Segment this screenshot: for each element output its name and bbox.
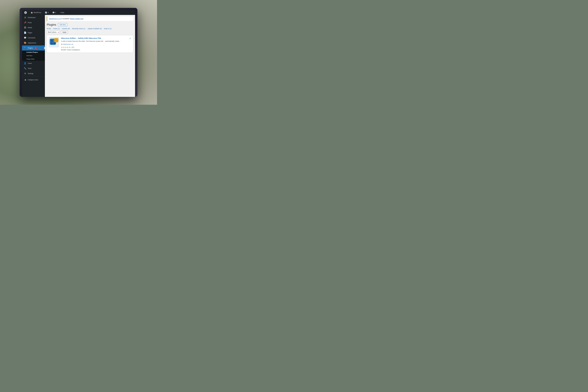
sidebar-item-dashboard-label: Dashboard [28,16,35,18]
sidebar-item-users[interactable]: 👤 Users [22,61,45,66]
bulk-actions-select[interactable]: Bulk Actions Activate Deactivate Delete [47,31,60,34]
submenu-plugin-editor[interactable]: Plugin Editor [22,57,45,61]
comments-icon: 💬 [52,12,54,14]
star-4: ★ [67,46,69,48]
bulk-select-wrapper: Bulk Actions Activate Deactivate Delete … [47,31,60,34]
submenu-installed-plugins[interactable]: Installed Plugins [22,50,45,54]
sidebar-item-plugins-label: Plugins [28,47,33,49]
sidebar-item-collapse[interactable]: ◀ Collapse menu [22,77,45,82]
svg-rect-4 [51,42,53,44]
update-version-link[interactable]: WordPress 5.3.2 [49,18,61,20]
sidebar-item-pages-label: Pages [28,32,32,34]
sidebar-item-appearance[interactable]: 🎨 Appearance [22,40,45,46]
bulk-actions-bar: Bulk Actions Activate Deactivate Delete … [45,31,135,35]
plugin-icon [49,37,59,48]
filter-tab-active[interactable]: Active (1) [53,28,60,30]
filter-tab-update-available[interactable]: Update Available (4) [87,28,102,30]
plugin-author-link[interactable]: WebFactory Ltd [63,44,73,45]
admin-bar-updates-count: 5 [48,12,49,14]
sidebar-item-comments-label: Comments [28,37,35,39]
plugin-info: Htaccess Editor – Safely Edit Htaccess F… [61,37,127,51]
collapse-icon: ◀ [24,78,26,81]
screen-bezel: 🏠 WordPress 🔄 5 💬 0 + New [22,10,135,97]
admin-bar-comments[interactable]: 💬 0 [51,10,57,15]
filter-tabs: All (9) | Active (1) | Inactive (8) | Re… [45,28,135,31]
sidebar-item-media[interactable]: 🖼 Media [22,25,45,30]
plugins-badge: 4 [35,47,37,49]
update-now-link[interactable]: Please update now. [70,18,84,20]
plugin-installs: 50,000+ Active Installations [61,49,127,51]
sidebar-item-comments[interactable]: 💬 Comments [22,35,45,40]
admin-bar: 🏠 WordPress 🔄 5 💬 0 + New [22,10,135,15]
star-3: ★ [65,46,67,48]
users-icon: 👤 [24,62,26,64]
sidebar-item-tools[interactable]: 🔧 Tools [22,66,45,71]
sidebar-item-appearance-label: Appearance [28,42,36,44]
admin-bar-new[interactable]: + New [59,10,65,15]
filter-tab-all[interactable]: All (9) [47,28,51,30]
sidebar-item-settings[interactable]: ⚙ Settings [22,71,45,76]
settings-icon: ⚙ [24,72,26,75]
sidebar-item-settings-label: Settings [28,73,33,74]
admin-bar-updates[interactable]: 🔄 5 [44,10,49,15]
plugins-arrow [44,47,45,49]
wp-sidebar: ⊞ Dashboard 📌 Posts 🖼 Media 📄 Pages [22,15,45,97]
apply-button[interactable]: Apply [61,31,68,34]
svg-rect-6 [54,38,58,42]
wp-main: ⊞ Dashboard 📌 Posts 🖼 Media 📄 Pages [22,15,135,97]
updates-icon: 🔄 [45,12,47,14]
plugin-rating: ★ ★ ★ ★ ★ (37) [61,46,127,48]
sidebar-item-posts[interactable]: 📌 Posts [22,20,45,25]
htaccess-editor-icon [49,37,59,48]
filter-tab-drop-in[interactable]: Drop-in (1) [104,28,111,30]
submenu-add-new[interactable]: Add New [22,54,45,57]
plugin-description: A safe & simple htaccess file editor. Te… [61,40,127,42]
tools-icon: 🔧 [24,67,26,70]
sidebar-item-tools-label: Tools [28,68,31,69]
filter-tab-inactive[interactable]: Inactive (8) [62,28,70,30]
media-icon: 🖼 [24,26,26,29]
update-notice-message: is available! [61,18,70,20]
plugin-name[interactable]: Htaccess Editor – Safely Edit Htaccess F… [61,37,127,39]
plugins-icon: 🔌 [24,47,26,49]
sidebar-item-pages[interactable]: 📄 Pages [22,30,45,35]
star-5: ★ [69,46,71,48]
plugin-active-checkmark: ✓ [129,37,131,40]
wp-content: WordPress 5.3.2 is available! Please upd… [45,15,135,97]
add-new-button[interactable]: Add New [58,23,67,26]
sidebar-item-dashboard[interactable]: ⊞ Dashboard [22,15,45,20]
comments-menu-icon: 💬 [24,36,26,39]
admin-bar-site-name: WordPress [33,12,41,14]
home-icon: 🏠 [31,12,33,14]
sidebar-item-media-label: Media [28,27,32,28]
posts-icon: 📌 [24,21,26,24]
star-1: ★ [61,46,63,48]
wp-logo-icon [24,11,27,14]
svg-rect-5 [53,42,55,44]
sidebar-item-posts-label: Posts [28,22,32,24]
svg-rect-3 [51,40,53,42]
sidebar-item-users-label: Users [28,62,32,64]
sidebar-sep [22,76,45,77]
star-2: ★ [63,46,65,48]
page-title: Plugins [47,23,56,26]
plugin-stars: ★ ★ ★ ★ ★ [61,46,71,48]
admin-bar-new-label: + New [60,12,64,14]
update-notice: WordPress 5.3.2 is available! Please upd… [47,16,133,21]
table-row: Htaccess Editor – Safely Edit Htaccess F… [47,35,133,53]
laptop-frame: 🏠 WordPress 🔄 5 💬 0 + New [20,8,137,97]
admin-bar-comments-count: 0 [55,12,56,14]
appearance-icon: 🎨 [24,42,26,44]
dashboard-icon: ⊞ [24,16,26,19]
wp-logo-item[interactable] [23,10,28,15]
pages-icon: 📄 [24,32,26,34]
wp-interface: 🏠 WordPress 🔄 5 💬 0 + New [22,10,135,97]
sidebar-item-plugins[interactable]: 🔌 Plugins 4 [22,46,45,50]
plugin-author: By WebFactory Ltd [61,44,127,45]
filter-tab-recently-active[interactable]: Recently Active (1) [72,28,85,30]
rating-count: (37) [71,46,74,48]
plugins-submenu: Installed Plugins Add New Plugin Editor [22,50,45,61]
sidebar-item-collapse-label: Collapse menu [28,79,38,81]
admin-bar-site[interactable]: 🏠 WordPress [30,10,42,15]
plugin-list: Htaccess Editor – Safely Edit Htaccess F… [45,35,135,54]
